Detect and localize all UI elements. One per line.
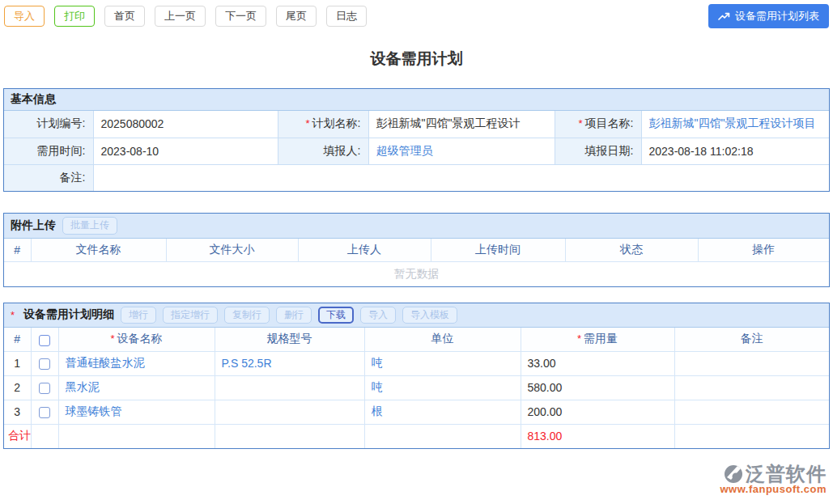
unit-value[interactable]: 根 — [372, 404, 383, 417]
plan-no-label-cell: 计划编号: — [4, 111, 93, 138]
print-button[interactable]: 打印 — [54, 6, 95, 27]
import-rows-button[interactable]: 导入 — [360, 307, 396, 324]
report-date-label-cell: 填报日期: — [555, 138, 641, 164]
unit-value[interactable]: 吨 — [372, 356, 383, 369]
row-checkbox[interactable] — [39, 407, 50, 418]
no-data-text: 暂无数据 — [4, 262, 829, 286]
details-required-mark: * — [11, 309, 15, 321]
delete-row-button[interactable]: 删行 — [276, 307, 312, 324]
col-unit: 单位 — [364, 328, 521, 351]
remark-cell — [674, 400, 829, 424]
attachments-title: 附件上传 — [11, 218, 56, 233]
plan-name-label-cell: *计划名称: — [278, 111, 368, 138]
equipment-name-link[interactable]: 球墨铸铁管 — [66, 404, 122, 417]
import-button[interactable]: 导入 — [4, 6, 45, 27]
reporter-label: 填报人: — [324, 144, 361, 157]
col-uploader: 上传人 — [298, 239, 431, 262]
row-checkbox-cell — [31, 351, 58, 375]
table-row: 3 球墨铸铁管 根 200.00 — [4, 400, 829, 424]
last-page-button[interactable]: 尾页 — [276, 6, 317, 27]
col-file-name: 文件名称 — [31, 239, 166, 262]
row-checkbox[interactable] — [39, 383, 50, 394]
spec-value[interactable]: P.S 52.5R — [222, 357, 272, 370]
basic-info-header: 基本信息 — [4, 89, 829, 111]
details-header: * 设备需用计划明细 增行 指定增行 复制行 删行 下载 导入 导入模板 — [4, 303, 829, 328]
spec-cell — [215, 375, 364, 400]
col-index: # — [4, 239, 31, 262]
total-label: 合计 — [4, 424, 31, 448]
trend-arrow-icon — [718, 11, 730, 21]
batch-upload-button[interactable]: 批量上传 — [62, 217, 117, 235]
row-index: 1 — [4, 351, 31, 375]
page: { "toolbar": { "import_label": "导入", "pr… — [0, 0, 833, 504]
equipment-name-cell: 黑水泥 — [58, 375, 215, 400]
download-button[interactable]: 下载 — [318, 307, 354, 324]
next-page-button[interactable]: 下一页 — [215, 6, 266, 27]
qty-header-label: 需用量 — [584, 332, 618, 345]
need-date-label: 需用时间: — [37, 144, 86, 157]
attachments-empty-row: 暂无数据 — [4, 262, 829, 286]
basic-info-row-1: 计划编号: 2025080002 *计划名称: 彭祖新城"四馆"景观工程设计 *… — [4, 111, 829, 138]
required-mark: * — [306, 117, 310, 129]
copy-row-button[interactable]: 复制行 — [224, 307, 270, 324]
equipment-name-cell: 普通硅酸盐水泥 — [58, 351, 215, 375]
row-checkbox[interactable] — [39, 358, 50, 370]
add-row-button[interactable]: 增行 — [121, 307, 156, 324]
details-table: # *设备名称 规格型号 单位 *需用量 备注 1 普通硅酸盐水泥 P.S 52… — [4, 328, 829, 448]
insert-row-button[interactable]: 指定增行 — [163, 307, 218, 324]
equipment-name-link[interactable]: 普通硅酸盐水泥 — [66, 356, 145, 369]
row-checkbox-cell — [31, 400, 58, 424]
plan-list-button[interactable]: 设备需用计划列表 — [708, 4, 829, 28]
reporter-label-cell: 填报人: — [278, 138, 368, 164]
col-spec-model: 规格型号 — [215, 328, 364, 351]
plan-name-value: 彭祖新城"四馆"景观工程设计 — [368, 111, 555, 138]
required-mark: * — [577, 332, 581, 345]
required-mark: * — [110, 332, 114, 345]
col-actions: 操作 — [698, 239, 829, 262]
log-button[interactable]: 日志 — [326, 6, 367, 27]
total-spec-cell — [215, 424, 364, 448]
page-title: 设备需用计划 — [0, 49, 833, 70]
details-header-row: # *设备名称 规格型号 单位 *需用量 备注 — [4, 328, 829, 351]
project-name-label-cell: *项目名称: — [555, 111, 641, 138]
unit-cell: 吨 — [364, 375, 521, 400]
spec-cell — [215, 400, 364, 424]
watermark: 泛普软件 www.fanpusoft.com — [720, 464, 827, 495]
row-index: 3 — [4, 400, 31, 424]
qty-cell: 33.00 — [521, 351, 674, 375]
attachments-header: 附件上传 批量上传 — [4, 214, 829, 239]
details-title: 设备需用计划明细 — [23, 307, 114, 322]
plan-list-button-label: 设备需用计划列表 — [735, 9, 819, 23]
basic-info-table: 计划编号: 2025080002 *计划名称: 彭祖新城"四馆"景观工程设计 *… — [4, 111, 829, 191]
required-mark: * — [579, 117, 583, 129]
equipment-name-header-label: 设备名称 — [117, 332, 163, 345]
attachments-header-row: # 文件名称 文件大小 上传人 上传时间 状态 操作 — [4, 239, 829, 262]
equipment-name-link[interactable]: 黑水泥 — [66, 380, 100, 393]
col-required-qty: *需用量 — [521, 328, 674, 351]
attachments-section: 附件上传 批量上传 # 文件名称 文件大小 上传人 上传时间 状态 操作 暂无数… — [3, 213, 830, 287]
import-template-button[interactable]: 导入模板 — [402, 307, 457, 324]
col-equipment-name: *设备名称 — [58, 328, 215, 351]
col-status: 状态 — [565, 239, 698, 262]
total-row: 合计 813.00 — [4, 424, 829, 448]
table-row: 2 黑水泥 吨 580.00 — [4, 375, 829, 400]
details-section: * 设备需用计划明细 增行 指定增行 复制行 删行 下载 导入 导入模板 # *… — [3, 303, 830, 450]
unit-cell: 根 — [364, 400, 521, 424]
select-all-checkbox[interactable] — [39, 335, 50, 346]
project-name-link[interactable]: 彭祖新城"四馆"景观工程设计项目 — [649, 116, 816, 129]
remark-label-cell: 备注: — [4, 164, 93, 191]
table-row: 1 普通硅酸盐水泥 P.S 52.5R 吨 33.00 — [4, 351, 829, 375]
unit-value[interactable]: 吨 — [372, 380, 383, 393]
total-name-cell — [58, 424, 215, 448]
report-date-label: 填报日期: — [585, 144, 634, 157]
watermark-brand: 泛普软件 — [746, 464, 827, 484]
toolbar: 导入 打印 首页 上一页 下一页 尾页 日志 设备需用计划列表 — [0, 0, 833, 28]
project-name-label: 项目名称: — [585, 116, 634, 129]
equipment-name-cell: 球墨铸铁管 — [58, 400, 215, 424]
plan-no-label: 计划编号: — [37, 116, 86, 129]
reporter-link[interactable]: 超级管理员 — [376, 144, 433, 157]
prev-page-button[interactable]: 上一页 — [155, 6, 206, 27]
first-page-button[interactable]: 首页 — [104, 6, 145, 27]
col-upload-time: 上传时间 — [431, 239, 565, 262]
basic-info-row-3: 备注: — [4, 164, 829, 191]
